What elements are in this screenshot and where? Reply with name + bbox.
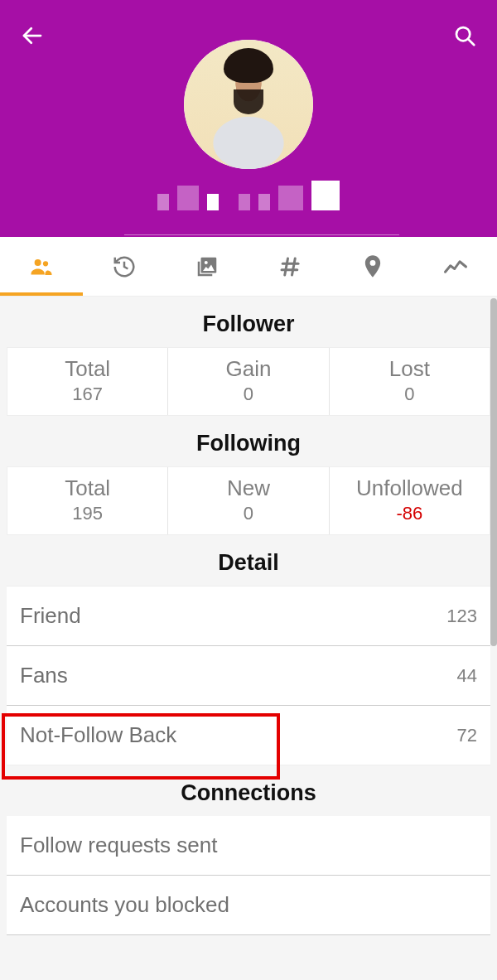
username-pixelated	[157, 181, 340, 210]
detail-label: Fans	[20, 663, 68, 688]
detail-value: 44	[457, 665, 477, 687]
avatar-image	[184, 40, 313, 169]
tab-analytics[interactable]	[414, 237, 497, 296]
conn-label: Follow requests sent	[20, 833, 217, 857]
hashtag-icon	[277, 254, 302, 279]
svg-line-10	[292, 258, 296, 275]
follower-gain[interactable]: Gain 0	[168, 348, 329, 415]
stat-label: Total	[7, 356, 167, 382]
stat-value: 0	[168, 503, 328, 524]
tab-hashtag[interactable]	[248, 237, 331, 296]
stat-label: Total	[7, 476, 167, 501]
svg-line-2	[468, 39, 474, 45]
stat-value: -86	[330, 503, 490, 524]
following-new[interactable]: New 0	[168, 467, 329, 534]
stat-label: Unfollowed	[330, 476, 490, 501]
search-button[interactable]	[452, 23, 477, 51]
avatar[interactable]	[184, 40, 313, 169]
connections-list: Follow requests sent Accounts you blocke…	[7, 816, 490, 935]
stat-label: Gain	[168, 356, 328, 382]
detail-friend[interactable]: Friend 123	[7, 587, 490, 646]
svg-point-4	[43, 261, 48, 266]
stat-value: 0	[330, 384, 490, 405]
following-total[interactable]: Total 195	[7, 467, 168, 534]
tab-photos[interactable]	[166, 237, 248, 296]
detail-fans[interactable]: Fans 44	[7, 646, 490, 706]
stat-label: Lost	[330, 356, 490, 382]
conn-blocked[interactable]: Accounts you blocked	[7, 876, 490, 935]
stat-value: 0	[168, 384, 328, 405]
location-icon	[361, 253, 384, 280]
history-icon	[112, 254, 137, 279]
connections-title: Connections	[0, 765, 497, 816]
detail-title: Detail	[0, 535, 497, 586]
tab-bar	[0, 237, 497, 297]
stat-value: 167	[7, 384, 167, 405]
follower-title: Follower	[0, 297, 497, 347]
conn-label: Accounts you blocked	[20, 892, 229, 917]
stat-value: 195	[7, 503, 167, 524]
tab-history[interactable]	[83, 237, 166, 296]
detail-list: Friend 123 Fans 44 Not-Follow Back 72	[7, 586, 490, 765]
follower-lost[interactable]: Lost 0	[330, 348, 490, 415]
scrollbar-thumb[interactable]	[490, 298, 497, 646]
photos-icon	[195, 254, 220, 279]
follower-total[interactable]: Total 167	[7, 348, 168, 415]
following-unfollowed[interactable]: Unfollowed -86	[330, 467, 490, 534]
back-button[interactable]	[20, 23, 45, 51]
profile-header	[0, 0, 497, 237]
svg-line-9	[285, 258, 288, 275]
svg-point-6	[205, 261, 208, 264]
analytics-icon	[442, 254, 470, 279]
detail-label: Friend	[20, 603, 81, 629]
detail-not-follow-back[interactable]: Not-Follow Back 72	[7, 706, 490, 765]
stat-label: New	[168, 476, 328, 501]
svg-point-3	[35, 259, 41, 266]
detail-value: 123	[446, 606, 477, 627]
following-stats: Total 195 New 0 Unfollowed -86	[7, 466, 490, 535]
following-title: Following	[0, 416, 497, 466]
conn-follow-requests[interactable]: Follow requests sent	[7, 816, 490, 876]
follower-stats: Total 167 Gain 0 Lost 0	[7, 347, 490, 416]
detail-value: 72	[457, 725, 477, 746]
tab-people[interactable]	[0, 237, 83, 296]
username-underline	[124, 234, 399, 235]
detail-label: Not-Follow Back	[20, 722, 176, 748]
people-icon	[29, 254, 54, 279]
tab-location[interactable]	[331, 237, 414, 296]
